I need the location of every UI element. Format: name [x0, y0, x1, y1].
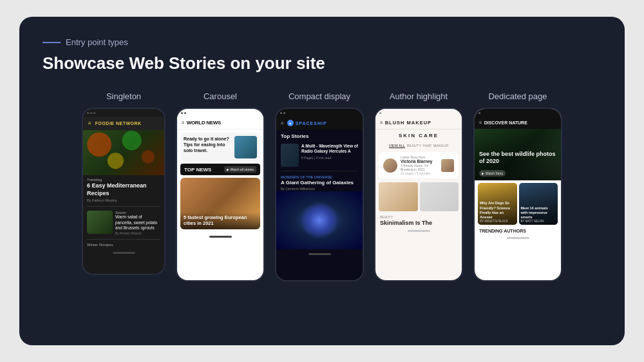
- status-bar-ah: [375, 109, 462, 117]
- foodie-author: By Kathryn Murphy: [83, 197, 164, 205]
- foodie-thumb: [87, 211, 113, 234]
- singleton-phone: ≡ FOODIE NETWORK Trending 6 Easy Mediter…: [82, 108, 166, 275]
- cs-galaxy-img: [276, 191, 363, 249]
- home-bar-ah: [408, 230, 430, 232]
- wn-watch-btn[interactable]: ▶ Watch all stories: [224, 166, 257, 173]
- dp-watch-btn[interactable]: ▶ Watch Story: [479, 170, 506, 176]
- dp-card2-title: Meet 14 animals with impressive smarts: [521, 206, 556, 220]
- home-indicator-cs: [276, 249, 363, 258]
- status-bar-wn: [177, 109, 263, 117]
- foodie-trending: Trending: [83, 175, 164, 182]
- ah-tabs: VIEW ALL BEAUTY HAIR MAKEUP: [375, 142, 462, 150]
- foodie-recipe-title: 6 Easy Mediterranean Recipes: [83, 182, 164, 197]
- dot1: [478, 112, 480, 114]
- dp-hero-title: See the best wildlife photos of 2020: [479, 151, 556, 166]
- page-title: Showcase Web Stories on your site: [43, 53, 601, 73]
- cs-galaxy-glow: [300, 201, 339, 240]
- status-bar-dp: [475, 109, 561, 117]
- wn-top-news: TOP NEWS ▶ Watch all stories: [180, 164, 260, 175]
- cs-wonders-title: A Giant Gathering of Galaxies: [276, 180, 363, 186]
- singleton-screen: ≡ FOODIE NETWORK Trending 6 Easy Mediter…: [83, 109, 164, 274]
- wn-story-text: Ready to go it alone? Tips for easing in…: [184, 136, 232, 158]
- dp-header: ≡ DISCOVER NATURE: [475, 117, 561, 129]
- ah-img1: [379, 182, 418, 211]
- dp-card1-by: BY ANNETTE BLACK: [480, 220, 515, 223]
- ah-skin-care: SKIN CARE: [375, 129, 462, 142]
- entry-line-decoration: [43, 42, 61, 43]
- cs-story1-title: A Multi - Wavelength View of Radio Galax…: [301, 144, 358, 155]
- dp-card1-title: Why Are Dogs So Friendly? Science Finall…: [480, 201, 515, 220]
- wn-story-img: [234, 136, 257, 158]
- dot1: [379, 112, 381, 114]
- foodie-divider: [87, 206, 160, 207]
- cs-story-info: A Multi - Wavelength View of Radio Galax…: [301, 144, 358, 160]
- cs-wonders-label: WONDERS OF THE UNIVERSE: [276, 173, 363, 180]
- carousel-label: Carousel: [204, 91, 237, 101]
- dp-hamburger: ≡: [479, 120, 482, 126]
- dp-hero-content: See the best wildlife photos of 2020 ▶ W…: [475, 148, 561, 180]
- entry-label-text: Entry point types: [66, 37, 128, 47]
- carousel-screen: ≡ WORLD NEWS Ready to go it alone? Tips …: [177, 109, 263, 280]
- wn-city-card: 5 fastest growing European cities in 202…: [180, 178, 260, 229]
- home-bar-cs: [308, 253, 331, 255]
- home-bar-dp: [507, 237, 529, 239]
- dot1: [280, 112, 282, 114]
- wn-story-card: Ready to go it alone? Tips for easing in…: [180, 133, 260, 162]
- wn-top-text: TOP NEWS: [184, 167, 211, 173]
- dp-card1-overlay: Why Are Dogs So Friendly? Science Finall…: [478, 183, 517, 225]
- status-dots-dp: [478, 112, 480, 114]
- wn-city-overlay: 5 fastest growing European cities in 202…: [180, 212, 260, 230]
- ah-hamburger: ≡: [380, 120, 383, 126]
- wn-story-title: Ready to go it alone? Tips for easing in…: [184, 136, 232, 153]
- cs-story-row: A Multi - Wavelength View of Radio Galax…: [276, 142, 363, 169]
- ah-tab-makeup[interactable]: MAKEUP: [433, 144, 448, 148]
- ah-avatar: [383, 158, 397, 173]
- dp-card2-by: BY MATT SELVIN: [521, 220, 556, 223]
- ah-tab-viewall[interactable]: VIEW ALL: [389, 144, 405, 148]
- author-label: Author highlight: [390, 91, 448, 101]
- status-dots-wn: [181, 112, 186, 114]
- foodie-salad-title: Warm salad of pancetta, sweet potato and…: [115, 214, 160, 231]
- cs-header: ≡ ✦ SPACESHIP: [276, 117, 363, 129]
- ah-author-thumb: [441, 159, 454, 172]
- dp-card1: Why Are Dogs So Friendly? Science Finall…: [478, 183, 517, 225]
- cs-logo-icon: ✦: [287, 120, 294, 126]
- dp-hero: See the best wildlife photos of 2020 ▶ W…: [475, 129, 561, 180]
- foodie-winter: Winter Recipes: [83, 241, 164, 249]
- cs-hamburger: ≡: [281, 120, 284, 126]
- ah-tab-hair[interactable]: HAIR: [423, 144, 431, 148]
- compact-col: Compact display ≡ ✦ SPACESHIP: [275, 91, 364, 281]
- cs-story1-meta: 8 Pages | 3 min read: [301, 156, 358, 160]
- ah-author-name: Victoria Blarney: [401, 159, 438, 164]
- phones-row: Singleton ≡ FOODIE NETWORK: [43, 91, 601, 281]
- ah-author-row: Latest Story from Victoria Blarney 3 Bea…: [379, 152, 459, 178]
- ah-author-info: Latest Story from Victoria Blarney 3 Bea…: [401, 155, 438, 175]
- status-dots: [87, 112, 95, 114]
- carousel-phone: ≡ WORLD NEWS Ready to go it alone? Tips …: [176, 108, 265, 281]
- foodie-salad-by: By Kristen Watson: [115, 231, 160, 235]
- carousel-col: Carousel ≡ WORLD NEWS: [176, 91, 265, 281]
- status-dots-cs: [280, 112, 285, 114]
- singleton-col: Singleton ≡ FOODIE NETWORK: [82, 91, 166, 281]
- foodie-hero: [83, 130, 164, 175]
- ah-tab-beauty[interactable]: BEAUTY: [407, 144, 421, 148]
- ah-header: ≡ BLUSH MAKEUP: [375, 117, 462, 129]
- dp-cards-row: Why Are Dogs So Friendly? Science Finall…: [475, 180, 561, 227]
- wn-header: ≡ WORLD NEWS: [177, 117, 263, 129]
- home-indicator-dp: [475, 233, 561, 242]
- dedicated-phone: ≡ DISCOVER NATURE See the best wildlife …: [473, 108, 562, 281]
- status-bar: [83, 109, 164, 117]
- home-bar-wn: [209, 236, 232, 238]
- ah-img2: [420, 182, 459, 211]
- dedicated-label: Dedicated page: [488, 91, 547, 101]
- home-indicator: [83, 249, 164, 258]
- dot2: [90, 112, 92, 114]
- author-phone: ≡ BLUSH MAKEUP SKIN CARE VIEW ALL BEAUTY…: [374, 108, 463, 281]
- dot3: [93, 112, 95, 114]
- ah-img-row: [375, 180, 462, 213]
- ah-beauty-label: BEAUTY: [375, 213, 462, 220]
- dedicated-screen: ≡ DISCOVER NATURE See the best wildlife …: [475, 109, 561, 280]
- foodie-divider-2: [87, 239, 160, 240]
- main-card: Entry point types Showcase Web Stories o…: [19, 17, 625, 345]
- dp-card2: Meet 14 animals with impressive smarts B…: [519, 183, 558, 225]
